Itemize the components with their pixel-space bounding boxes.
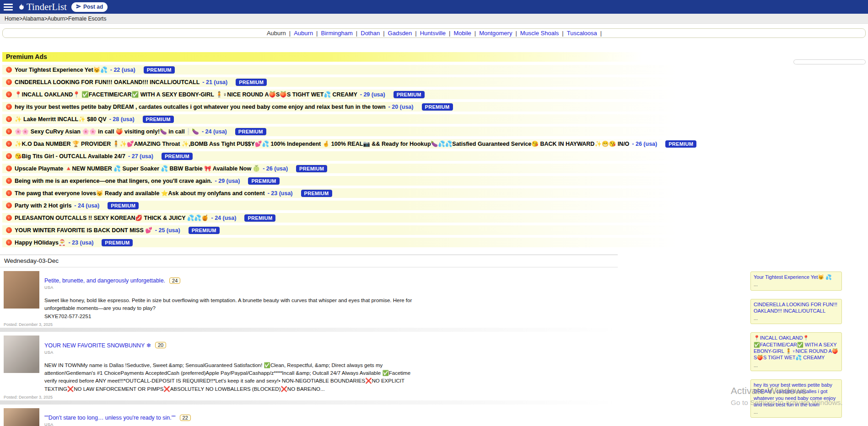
premium-ad-age: - 23 (usa) bbox=[68, 240, 93, 246]
separator: | bbox=[316, 30, 318, 37]
premium-ad-row[interactable]: ↑✨K.O Daa NUMBER 🏆 PROVIDER 🧍✨💕AMAZING T… bbox=[2, 139, 714, 149]
date-header: Wednesday-03-Dec bbox=[0, 255, 618, 267]
listing-item: Petite, brunette, and dangerously unforg… bbox=[0, 267, 618, 328]
premium-ad-title[interactable]: Your Tightest Experience Yet😼💦 bbox=[15, 66, 108, 73]
premium-badge: PREMIUM bbox=[665, 140, 696, 148]
premium-badge: PREMIUM bbox=[235, 128, 266, 135]
breadcrumb: Home >Alabama >Auburn >Female Escorts bbox=[0, 14, 868, 24]
premium-badge: PREMIUM bbox=[236, 79, 267, 86]
premium-badge: PREMIUM bbox=[244, 214, 275, 222]
premium-ad-age: - 29 (usa) bbox=[215, 178, 240, 184]
premium-ad-title[interactable]: 📍INCALL OAKLAND📍 ✅FACETIME/CAR✅ WITH A S… bbox=[15, 91, 357, 98]
age-badge: 20 bbox=[155, 342, 166, 348]
sidebar-ad-box[interactable]: 📍INCALL OAKLAND📍 ✅FACETIME/CAR✅ WITH A S… bbox=[750, 332, 842, 371]
city-link-dothan[interactable]: Dothan bbox=[361, 30, 380, 37]
city-link-muscle-shoals[interactable]: Muscle Shoals bbox=[520, 30, 559, 37]
separator: | bbox=[562, 30, 563, 37]
breadcrumb-city[interactable]: >Auburn bbox=[44, 16, 65, 22]
top-navbar: TinderList Post ad bbox=[0, 0, 868, 14]
listing-title-link[interactable]: Petite, brunette, and dangerously unforg… bbox=[44, 277, 165, 284]
premium-ad-title[interactable]: Being with me is an experience—one that … bbox=[15, 178, 212, 184]
listing-thumbnail[interactable] bbox=[4, 408, 39, 426]
post-ad-button[interactable]: Post ad bbox=[71, 2, 108, 12]
premium-ad-row[interactable]: ↑YOUR WINTER FAVORITE IS BACK DONT MISS … bbox=[2, 225, 714, 235]
sidebar-ad-link[interactable]: CINDERELLA LOOKING FOR FUN!!! OAKLAND!!!… bbox=[754, 301, 839, 314]
listing-title-link[interactable]: YOUR NEW FAVORITE SNOWBUNNY ❄ bbox=[44, 342, 151, 349]
sidebar-ad-box[interactable]: CINDERELLA LOOKING FOR FUN!!! OAKLAND!!!… bbox=[750, 299, 842, 325]
city-link-huntsville[interactable]: Huntsville bbox=[420, 30, 446, 37]
up-arrow-icon: ↑ bbox=[6, 202, 12, 208]
premium-ad-row[interactable]: ↑🌸🌸 Sexy CuRvy Asian 🌸🌸 in call 🍑 visiti… bbox=[2, 127, 714, 136]
premium-ad-title[interactable]: Party with 2 Hot girls bbox=[15, 202, 71, 209]
city-link-auburn-current: Auburn bbox=[267, 30, 286, 37]
age-badge: 22 bbox=[180, 415, 191, 421]
sidebar-ad-link[interactable]: 📍INCALL OAKLAND📍 ✅FACETIME/CAR✅ WITH A S… bbox=[754, 335, 839, 361]
premium-ad-title[interactable]: 🌸🌸 Sexy CuRvy Asian 🌸🌸 in call 🍑 visitin… bbox=[15, 128, 199, 135]
city-link-auburn[interactable]: Auburn bbox=[294, 30, 313, 37]
premium-ad-row[interactable]: ↑The pawg that everyone loves😼 Ready and… bbox=[2, 188, 714, 198]
sidebar-ad-link[interactable]: hey its your best wettes petite baby DRE… bbox=[754, 382, 839, 408]
premium-badge: PREMIUM bbox=[248, 177, 279, 185]
premium-ad-row[interactable]: ↑hey its your best wettes petite baby DR… bbox=[2, 102, 714, 112]
listing-location: USA bbox=[44, 285, 618, 290]
premium-badge: PREMIUM bbox=[301, 190, 332, 197]
hamburger-menu-icon[interactable] bbox=[4, 4, 13, 11]
premium-ad-row[interactable]: ↑Happy HOlidays🎅- 23 (usa)PREMIUM bbox=[2, 238, 714, 247]
premium-ad-title[interactable]: CINDERELLA LOOKING FOR FUN!!! OAKLAND!!!… bbox=[15, 79, 199, 85]
premium-ad-row[interactable]: ↑Your Tightest Experience Yet😼💦- 22 (usa… bbox=[2, 65, 714, 75]
premium-sidebar: Your Tightest Experience Yet😼 💦 ... CIND… bbox=[750, 272, 842, 426]
premium-ad-title[interactable]: hey its your best wettes petite baby DRE… bbox=[15, 104, 386, 110]
up-arrow-icon: ↑ bbox=[6, 67, 12, 73]
premium-ad-age: - 26 (usa) bbox=[632, 141, 657, 147]
listings-section: Wednesday-03-Dec Petite, brunette, and d… bbox=[0, 255, 618, 426]
premium-ad-row[interactable]: ↑Party with 2 Hot girls- 24 (usa)PREMIUM bbox=[2, 201, 714, 210]
sidebar-ad-link[interactable]: Your Tightest Experience Yet😼 💦 bbox=[754, 274, 839, 280]
sidebar-ad-box[interactable]: hey its your best wettes petite baby DRE… bbox=[750, 379, 842, 418]
premium-ad-age: - 21 (usa) bbox=[202, 79, 227, 85]
premium-ad-row[interactable]: ↑✨ Lake Merritt INCALL✨ $80 QV- 28 (usa)… bbox=[2, 114, 714, 124]
age-badge: 24 bbox=[169, 277, 180, 284]
breadcrumb-home[interactable]: Home bbox=[5, 16, 19, 22]
up-arrow-icon: ↑ bbox=[6, 153, 12, 159]
listing-thumbnail[interactable] bbox=[4, 335, 39, 373]
premium-ad-row[interactable]: ↑Being with me is an experience—one that… bbox=[2, 176, 714, 186]
premium-badge: PREMIUM bbox=[102, 239, 133, 246]
premium-ad-title[interactable]: Upscale Playmate 🔺NEW NUMBER 💦 Super Soa… bbox=[15, 165, 260, 172]
separator: | bbox=[356, 30, 357, 37]
premium-badge: PREMIUM bbox=[422, 103, 453, 111]
premium-ad-age: - 22 (usa) bbox=[110, 67, 135, 73]
city-link-gadsden[interactable]: Gadsden bbox=[388, 30, 412, 37]
city-link-montgomery[interactable]: Montgomery bbox=[479, 30, 512, 37]
city-link-tuscaloosa[interactable]: Tuscaloosa bbox=[567, 30, 597, 37]
breadcrumb-category: >Female Escorts bbox=[65, 16, 106, 22]
premium-ad-title[interactable]: PLEASANTON OUTCALLS !! SEXY KOREAN💋 THIC… bbox=[15, 214, 209, 221]
premium-ad-row[interactable]: ↑😘Big Tits Girl - OUTCALL Available 24/7… bbox=[2, 151, 714, 161]
premium-ad-age: - 29 (usa) bbox=[360, 91, 385, 98]
sidebar-ad-box[interactable]: Your Tightest Experience Yet😼 💦 ... bbox=[750, 272, 842, 291]
premium-ad-row[interactable]: ↑CINDERELLA LOOKING FOR FUN!!! OAKLAND!!… bbox=[2, 77, 714, 87]
premium-ad-title[interactable]: 😘Big Tits Girl - OUTCALL Available 24/7 bbox=[15, 153, 125, 160]
premium-ad-title[interactable]: YOUR WINTER FAVORITE IS BACK DONT MISS 💕 bbox=[15, 227, 152, 234]
premium-ad-title[interactable]: ✨ Lake Merritt INCALL✨ $80 QV bbox=[15, 116, 107, 122]
premium-ad-title[interactable]: ✨K.O Daa NUMBER 🏆 PROVIDER 🧍✨💕AMAZING Th… bbox=[15, 140, 629, 147]
premium-ads-section: Premium Ads ↑Your Tightest Experience Ye… bbox=[2, 52, 714, 247]
listing-title-link[interactable]: ""Don't stare too long… unless you're re… bbox=[44, 415, 176, 421]
premium-ad-row[interactable]: ↑Upscale Playmate 🔺NEW NUMBER 💦 Super So… bbox=[2, 164, 714, 173]
premium-ads-header: Premium Ads bbox=[2, 52, 714, 62]
premium-ad-row[interactable]: ↑PLEASANTON OUTCALLS !! SEXY KOREAN💋 THI… bbox=[2, 213, 714, 223]
up-arrow-icon: ↑ bbox=[6, 79, 12, 85]
premium-ad-title[interactable]: The pawg that everyone loves😼 Ready and … bbox=[15, 190, 265, 197]
premium-ad-age: - 20 (usa) bbox=[388, 104, 414, 110]
premium-ad-row[interactable]: ↑📍INCALL OAKLAND📍 ✅FACETIME/CAR✅ WITH A … bbox=[2, 90, 714, 99]
breadcrumb-state[interactable]: >Alabama bbox=[19, 16, 44, 22]
premium-badge: PREMIUM bbox=[296, 165, 327, 172]
city-link-mobile[interactable]: Mobile bbox=[453, 30, 471, 37]
listing-item: ""Don't stare too long… unless you're re… bbox=[0, 405, 618, 426]
separator: | bbox=[600, 30, 602, 37]
brand-logo[interactable]: TinderList bbox=[17, 1, 67, 13]
city-link-birmingham[interactable]: Birmingham bbox=[321, 30, 353, 37]
listing-thumbnail[interactable] bbox=[4, 271, 39, 309]
up-arrow-icon: ↑ bbox=[6, 104, 12, 110]
premium-ad-title[interactable]: Happy HOlidays🎅 bbox=[15, 239, 65, 246]
listing-separator bbox=[0, 328, 618, 332]
